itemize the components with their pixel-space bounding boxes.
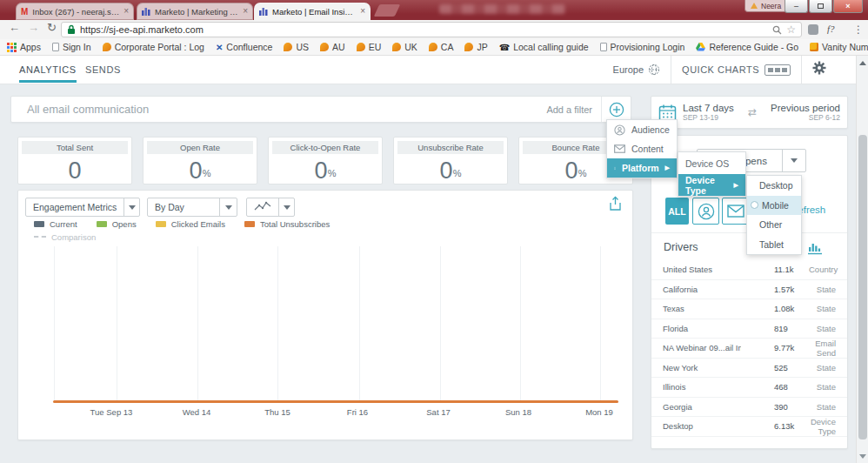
driver-row[interactable]: United States 11.1k Country	[651, 260, 847, 280]
menu-item-desktop[interactable]: Desktop	[747, 176, 801, 196]
audience-filter-button[interactable]	[692, 198, 719, 225]
driver-type: State	[809, 402, 836, 412]
bookmark-provisioning[interactable]: Provisioning Login	[600, 42, 685, 52]
scroll-up-button[interactable]	[857, 56, 868, 70]
driver-row[interactable]: Illinois 468 State	[651, 378, 847, 398]
extension-icon[interactable]	[808, 24, 818, 35]
browser-profile-badge[interactable]: Neera	[744, 0, 787, 12]
browser-tab-email-insights[interactable]: Marketo | Email Insights ×	[254, 3, 371, 20]
bookmark-star-icon[interactable]: ☆	[786, 23, 796, 36]
menu-item-tablet[interactable]: Tablet	[747, 235, 801, 255]
bookmark-label: Corporate Portal : Log	[115, 42, 204, 52]
x-axis-label: Wed 14	[162, 407, 231, 417]
menu-item-label: Mobile	[762, 200, 789, 211]
quick-charts-button[interactable]: QUICK CHARTS	[682, 64, 791, 76]
settings-gear-icon[interactable]	[812, 61, 826, 78]
bookmark-local-calling[interactable]: ☎Local calling guide	[499, 42, 589, 52]
bookmark-uk[interactable]: UK	[392, 42, 417, 52]
bookmark-reference-guide[interactable]: Reference Guide - Go	[696, 42, 798, 52]
lock-icon	[67, 24, 76, 35]
extension-f-icon[interactable]: f?	[827, 23, 835, 34]
driver-row[interactable]: California 1.57k State	[651, 280, 847, 300]
forward-button[interactable]: →	[28, 21, 39, 34]
driver-row[interactable]: Georgia 390 State	[651, 398, 847, 418]
bookmark-jp[interactable]: JP	[464, 42, 487, 52]
menu-item-platform[interactable]: Platform ▶	[607, 158, 677, 178]
driver-row[interactable]: Desktop 6.13k Device Type	[651, 417, 847, 437]
maximize-icon	[818, 3, 824, 9]
metric-label: Unsubscribe Rate	[397, 141, 504, 154]
metric-value: 0%	[394, 158, 507, 184]
all-filter-button[interactable]: ALL	[665, 198, 689, 225]
driver-row[interactable]: NA Webinar 09...ail Invite 2 9.77k Email…	[651, 339, 847, 359]
browser-tab-marketing-activities[interactable]: Marketo | Marketing Acti ×	[137, 3, 253, 20]
metric-select[interactable]: Engagement Metrics	[25, 198, 140, 217]
bookmark-label: UK	[404, 42, 417, 52]
tab-analytics[interactable]: ANALYTICS	[19, 64, 77, 83]
person-icon	[698, 203, 715, 220]
bookmark-eu[interactable]: EU	[357, 42, 382, 52]
address-bar[interactable]: https://sj-ee-api.marketo.com ☆	[61, 22, 802, 37]
browser-tab-gmail[interactable]: M Inbox (267) - neeraj.shah ×	[16, 3, 134, 20]
scroll-down-button[interactable]	[857, 449, 868, 463]
minimize-button[interactable]: –	[785, 0, 808, 13]
driver-value: 390	[774, 402, 809, 412]
driver-type: Device Type	[809, 417, 836, 436]
menu-item-label: Other	[759, 219, 782, 230]
bar-chart-icon[interactable]	[807, 241, 825, 258]
bookmark-apps[interactable]: Apps	[7, 42, 41, 52]
driver-type: Country	[809, 265, 838, 274]
swap-compare-icon[interactable]: ⇄	[740, 106, 765, 118]
maximize-button[interactable]	[809, 0, 832, 13]
scrollbar-thumb[interactable]	[858, 135, 867, 440]
driver-row[interactable]: Florida 819 State	[651, 319, 847, 339]
date-range-panel[interactable]: Last 7 days SEP 13-19 ⇄ Previous period …	[651, 96, 848, 129]
menu-item-mobile[interactable]: Mobile	[747, 196, 801, 216]
person-icon	[614, 124, 625, 136]
browser-menu-icon[interactable]: ⋮	[853, 23, 864, 36]
bookmark-confluence[interactable]: ✕Confluence	[216, 42, 273, 52]
close-icon[interactable]: ×	[124, 7, 129, 16]
content-filter-button[interactable]	[722, 198, 749, 225]
reload-button[interactable]: ↻	[47, 21, 57, 34]
envelope-icon	[614, 144, 625, 153]
close-window-button[interactable]: ×	[833, 0, 863, 13]
interval-select[interactable]: By Day	[147, 198, 237, 217]
url-text[interactable]: https://sj-ee-api.marketo.com	[80, 24, 768, 35]
menu-item-device-type[interactable]: Device Type ▶	[678, 174, 745, 196]
x-axis-label: Sat 17	[404, 407, 473, 417]
driver-row[interactable]: New York 525 State	[651, 359, 847, 379]
close-icon[interactable]: ×	[360, 7, 365, 16]
menu-item-audience[interactable]: Audience	[607, 120, 677, 139]
driver-name: United States	[663, 265, 741, 274]
back-button[interactable]: ←	[9, 21, 20, 34]
region-selector[interactable]: Europe	[613, 64, 660, 76]
driver-row[interactable]: Texas 1.08k State	[651, 299, 847, 319]
add-filter-button[interactable]	[601, 97, 631, 122]
menu-item-label: Device Type	[685, 175, 728, 196]
search-icon[interactable]	[772, 25, 782, 35]
menu-item-device-os[interactable]: Device OS	[678, 152, 745, 174]
chevron-up-icon	[859, 61, 866, 65]
tab-sends[interactable]: SENDS	[85, 64, 121, 75]
chart-type-select[interactable]	[246, 198, 295, 217]
bookmark-us[interactable]: US	[284, 42, 309, 52]
legend-item-opens: Opens	[97, 219, 137, 229]
chevron-down-icon	[859, 454, 866, 459]
menu-item-content[interactable]: Content	[607, 139, 677, 158]
divider	[801, 56, 802, 84]
page-scrollbar[interactable]	[856, 56, 868, 463]
drive-icon	[696, 43, 705, 51]
bookmark-sign-in[interactable]: Sign In	[52, 42, 91, 52]
bookmark-vanity-numbers[interactable]: Vanity Numbers	[810, 42, 868, 52]
bookmark-au[interactable]: AU	[320, 42, 345, 52]
menu-item-other[interactable]: Other	[747, 215, 801, 235]
bookmark-ca[interactable]: CA	[429, 42, 454, 52]
legend-swatch	[97, 221, 107, 227]
export-icon[interactable]	[609, 196, 622, 215]
bookmark-corporate-portal[interactable]: Corporate Portal : Log	[103, 42, 204, 52]
new-tab-button[interactable]	[374, 4, 401, 17]
bookmark-label: CA	[441, 42, 454, 52]
close-icon[interactable]: ×	[243, 7, 248, 16]
drivers-title: Drivers	[664, 241, 698, 253]
